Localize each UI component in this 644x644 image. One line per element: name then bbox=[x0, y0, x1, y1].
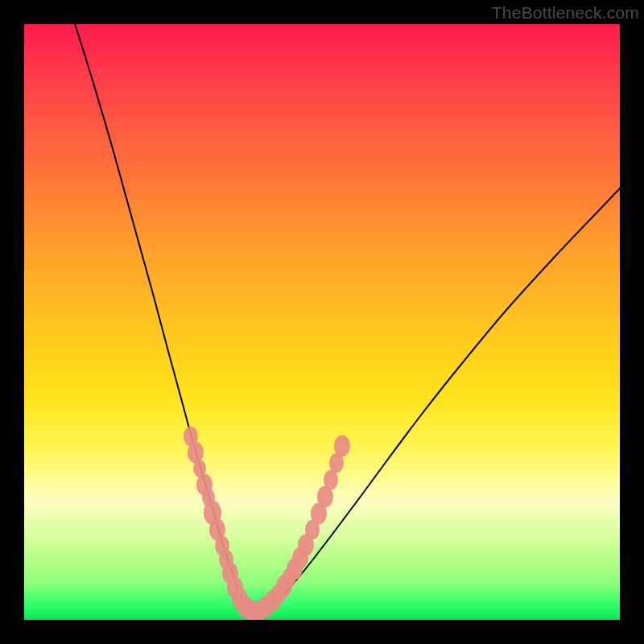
chart-svg bbox=[24, 24, 620, 620]
curve-marker bbox=[334, 436, 350, 457]
marker-overlay bbox=[184, 427, 350, 620]
bottleneck-curve bbox=[72, 24, 620, 612]
curve-marker bbox=[188, 442, 204, 464]
watermark-text: TheBottleneck.com bbox=[492, 3, 639, 23]
curve-marker bbox=[324, 470, 338, 489]
chart-frame bbox=[24, 24, 620, 620]
